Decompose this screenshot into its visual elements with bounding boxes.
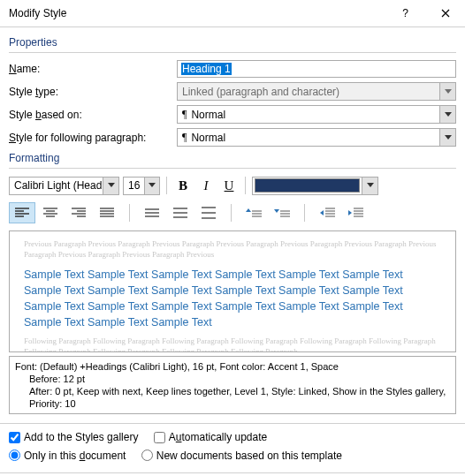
pilcrow-icon: ¶: [182, 131, 187, 144]
new-docs-input[interactable]: [141, 450, 153, 461]
section-properties: Properties: [9, 36, 456, 49]
name-input[interactable]: Heading 1: [177, 60, 456, 78]
underline-button[interactable]: U: [219, 176, 239, 195]
align-justify-button[interactable]: [94, 202, 120, 223]
increase-indent-button[interactable]: [342, 202, 369, 223]
divider: [9, 168, 456, 169]
following-value: ¶Normal: [178, 129, 439, 146]
divider: [245, 177, 246, 194]
decrease-indent-icon: [319, 207, 335, 219]
auto-update-checkbox[interactable]: Automatically update: [154, 431, 267, 443]
chevron-down-icon[interactable]: [439, 129, 455, 146]
color-combo[interactable]: [252, 177, 378, 195]
color-swatch: [255, 178, 360, 193]
desc-line2: Before: 12 pt: [15, 373, 450, 385]
spacing-15-button[interactable]: [167, 202, 194, 223]
align-left-button[interactable]: [9, 202, 35, 223]
styletype-combo: Linked (paragraph and character): [177, 82, 456, 101]
spacing-1-icon: [145, 208, 159, 219]
basedon-label: Style based on:: [9, 109, 177, 121]
name-label: Name:: [9, 63, 177, 75]
styletype-value: Linked (paragraph and character): [178, 83, 439, 100]
following-label: Style for following paragraph:: [9, 132, 177, 144]
align-left-icon: [15, 208, 29, 218]
window-title: Modify Style: [9, 7, 385, 19]
preview-previous: Previous Paragraph Previous Paragraph Pr…: [24, 238, 441, 260]
divider: [0, 472, 465, 473]
new-docs-radio[interactable]: New documents based on this template: [141, 450, 342, 462]
font-value: Calibri Light (Headings): [10, 178, 103, 194]
add-gallery-checkbox[interactable]: Add to the Styles gallery: [9, 431, 138, 443]
style-description: Font: (Default) +Headings (Calibri Light…: [9, 356, 456, 414]
size-value: 16: [124, 178, 144, 194]
add-gallery-input[interactable]: [9, 432, 20, 443]
preview-sample: Sample Text Sample Text Sample Text Samp…: [24, 267, 441, 330]
spacing-15-icon: [173, 208, 187, 219]
divider: [166, 177, 167, 194]
styletype-label: Style type:: [9, 86, 177, 98]
basedon-combo[interactable]: ¶Normal: [177, 105, 456, 124]
preview-box: Previous Paragraph Previous Paragraph Pr…: [9, 230, 456, 352]
close-button[interactable]: [425, 0, 465, 26]
italic-button[interactable]: I: [196, 176, 216, 195]
preview-following: Following Paragraph Following Paragraph …: [24, 336, 441, 352]
space-before-inc-button[interactable]: [240, 202, 267, 223]
bold-button[interactable]: B: [173, 176, 193, 195]
divider: [231, 204, 232, 222]
only-doc-radio[interactable]: Only in this document: [9, 450, 126, 462]
close-icon: [441, 9, 450, 18]
chevron-down-icon: [439, 83, 455, 100]
align-center-button[interactable]: [37, 202, 64, 223]
help-button[interactable]: ?: [385, 0, 425, 26]
section-formatting: Formatting: [9, 152, 456, 164]
align-justify-icon: [100, 208, 114, 218]
auto-update-input[interactable]: [154, 432, 165, 443]
titlebar: Modify Style ?: [0, 0, 465, 27]
font-combo[interactable]: Calibri Light (Headings): [9, 177, 119, 195]
divider: [304, 204, 305, 222]
chevron-down-icon[interactable]: [439, 106, 455, 123]
align-center-icon: [43, 208, 57, 218]
chevron-down-icon[interactable]: [103, 178, 118, 194]
spacing-1-button[interactable]: [139, 202, 165, 223]
name-value: Heading 1: [181, 63, 232, 75]
decrease-indent-button[interactable]: [314, 202, 340, 223]
increase-indent-icon: [347, 207, 363, 219]
divider: [129, 204, 130, 222]
chevron-down-icon[interactable]: [144, 178, 159, 194]
desc-line1: Font: (Default) +Headings (Calibri Light…: [15, 360, 450, 373]
space-before-dec-button[interactable]: [269, 202, 295, 223]
divider: [0, 423, 465, 424]
chevron-down-icon[interactable]: [362, 178, 377, 194]
space-before-dec-icon: [274, 207, 290, 219]
pilcrow-icon: ¶: [182, 108, 187, 121]
space-before-inc-icon: [246, 207, 262, 219]
align-right-button[interactable]: [65, 202, 92, 223]
following-combo[interactable]: ¶Normal: [177, 128, 456, 147]
desc-line3: After: 0 pt, Keep with next, Keep lines …: [15, 385, 450, 410]
align-right-icon: [72, 208, 86, 218]
basedon-value: ¶Normal: [178, 106, 439, 123]
spacing-2-button[interactable]: [195, 202, 222, 223]
size-combo[interactable]: 16: [123, 177, 160, 195]
spacing-2-icon: [202, 207, 216, 219]
only-doc-input[interactable]: [9, 450, 20, 461]
divider: [9, 52, 456, 53]
